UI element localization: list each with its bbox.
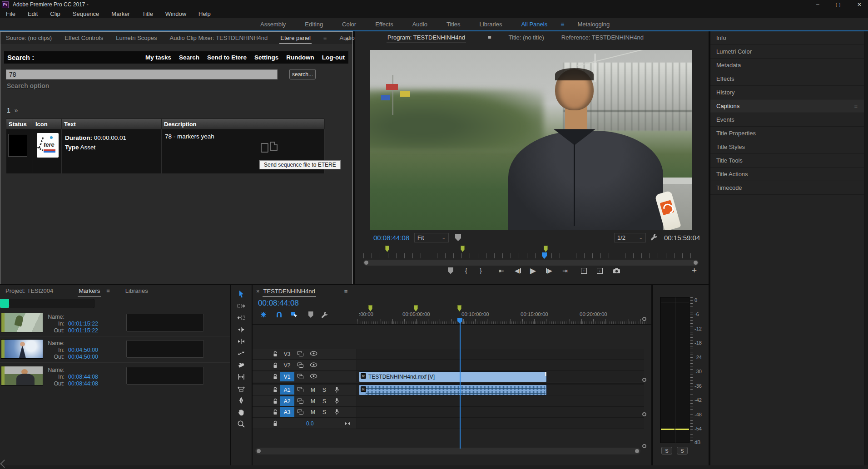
etere-search-button[interactable]: search... bbox=[289, 69, 316, 79]
track-select-backward-tool[interactable] bbox=[236, 313, 246, 322]
solo-button[interactable]: S bbox=[322, 409, 326, 415]
menu-clip[interactable]: Clip bbox=[50, 10, 60, 17]
workspace-color[interactable]: Color bbox=[332, 21, 366, 28]
slip-tool[interactable] bbox=[236, 372, 246, 381]
timeline-hscrollbar[interactable] bbox=[255, 448, 640, 454]
in-value[interactable]: 00:04:50:00 bbox=[68, 347, 98, 353]
sidebar-item-effects[interactable]: Effects bbox=[710, 72, 864, 86]
sync-lock-icon[interactable] bbox=[297, 409, 304, 415]
timeline-marker-icon[interactable] bbox=[457, 305, 461, 311]
play-button[interactable]: ▶ bbox=[530, 266, 536, 275]
sidebar-item-lumetri-color[interactable]: Lumetri Color bbox=[710, 45, 864, 59]
program-video-frame[interactable] bbox=[370, 50, 692, 230]
workspace-metalogging[interactable]: Metalogging bbox=[568, 21, 619, 28]
button-editor-plus[interactable]: + bbox=[692, 266, 697, 275]
keyframe-bowtie-icon[interactable] bbox=[344, 421, 351, 426]
razor-tool[interactable] bbox=[236, 360, 246, 370]
sidebar-item-timecode[interactable]: Timecode bbox=[710, 181, 864, 195]
workspace-titles[interactable]: Titles bbox=[437, 21, 470, 28]
program-scrollbar[interactable] bbox=[363, 260, 699, 266]
sync-lock-icon[interactable] bbox=[297, 398, 304, 404]
settings-wrench-icon[interactable] bbox=[650, 233, 658, 241]
timeline-position-timecode[interactable]: 00:08:44:08 bbox=[258, 299, 299, 308]
lock-icon[interactable] bbox=[273, 387, 278, 393]
track-target-v2[interactable]: V2 bbox=[280, 360, 294, 370]
workspace-menu-icon[interactable]: ≡ bbox=[557, 20, 568, 28]
workspace-assembly[interactable]: Assembly bbox=[251, 21, 295, 28]
tab-program[interactable]: Program: TESTDENHINH4nd bbox=[387, 34, 465, 41]
linked-selection-toggle[interactable] bbox=[290, 311, 299, 319]
scrollbar-knob-right[interactable] bbox=[694, 261, 698, 265]
marker-color-swatch-teal[interactable] bbox=[0, 299, 9, 308]
sidebar-item-title-tools[interactable]: Title Tools bbox=[710, 154, 864, 168]
nav-settings[interactable]: Settings bbox=[254, 54, 278, 61]
marker-comment-box[interactable] bbox=[126, 367, 204, 385]
solo-right-button[interactable]: S bbox=[677, 447, 688, 454]
nav-my-tasks[interactable]: My tasks bbox=[145, 54, 171, 61]
ripple-edit-tool[interactable] bbox=[236, 325, 246, 334]
col-status[interactable]: Status bbox=[6, 119, 33, 129]
tab-libraries[interactable]: Libraries bbox=[125, 287, 148, 294]
scrollbar-knob-left[interactable] bbox=[257, 449, 261, 453]
right-scroll-strip[interactable] bbox=[864, 31, 868, 465]
voiceover-mic-icon[interactable] bbox=[334, 386, 339, 393]
panel-menu-icon[interactable]: ≡ bbox=[323, 35, 327, 41]
track-target-a2[interactable]: A2 bbox=[280, 396, 294, 406]
hand-tool[interactable] bbox=[236, 408, 246, 417]
marker-comment-box[interactable] bbox=[126, 314, 204, 331]
track-master[interactable]: 0.0 bbox=[253, 418, 644, 429]
program-menu-icon[interactable]: ≡ bbox=[488, 34, 491, 41]
track-visibility-eye-icon[interactable] bbox=[310, 351, 317, 356]
track-visibility-eye-icon[interactable] bbox=[310, 362, 317, 367]
mark-out-button[interactable]: } bbox=[480, 266, 482, 275]
sync-lock-icon[interactable] bbox=[297, 374, 304, 380]
workspace-libraries[interactable]: Libraries bbox=[470, 21, 512, 28]
solo-button[interactable]: S bbox=[322, 398, 326, 405]
nav-log-out[interactable]: Log-out bbox=[322, 54, 345, 61]
lock-icon[interactable] bbox=[273, 374, 278, 380]
tab-project[interactable]: Project: TESt2004 bbox=[5, 287, 53, 294]
tab-sequence[interactable]: TESTDENHINH4nd bbox=[263, 288, 315, 295]
send-file-icon[interactable] bbox=[261, 143, 268, 153]
mark-in-button[interactable]: { bbox=[465, 266, 467, 275]
sidebar-item-history[interactable]: History bbox=[710, 86, 864, 99]
tab-etere-panel[interactable]: Etere panel bbox=[280, 35, 311, 41]
add-marker-button[interactable] bbox=[448, 266, 453, 275]
tab-effect-controls[interactable]: Effect Controls bbox=[64, 35, 103, 41]
tab-title[interactable]: Title: (no title) bbox=[509, 34, 544, 41]
scrollbar-knob-left[interactable] bbox=[364, 261, 368, 265]
lock-icon[interactable] bbox=[273, 351, 278, 357]
sequence-marker-icon[interactable] bbox=[461, 246, 465, 252]
extract-button[interactable]: ↓ bbox=[597, 266, 603, 275]
nav-send-to-etere[interactable]: Send to Etere bbox=[207, 54, 247, 61]
workspace-editing[interactable]: Editing bbox=[295, 21, 332, 28]
next-page-arrow[interactable]: » bbox=[15, 107, 18, 114]
vscroll-handle[interactable] bbox=[642, 444, 646, 448]
marker-list-item[interactable]: Name: In: 00:04:50:00 Out: 00:04:50:00 bbox=[0, 339, 230, 359]
playback-resolution-select[interactable]: 1/2 ⌄ bbox=[614, 233, 646, 242]
tab-source[interactable]: Source: (no clips) bbox=[6, 35, 52, 41]
track-v2[interactable]: V2 bbox=[253, 360, 644, 371]
menu-file[interactable]: File bbox=[6, 10, 15, 17]
captions-menu-icon[interactable]: ≡ bbox=[854, 103, 858, 109]
sequence-marker-icon[interactable] bbox=[544, 246, 548, 252]
sidebar-item-captions[interactable]: Captions ≡ bbox=[710, 99, 864, 113]
tab-reference[interactable]: Reference: TESTDENHINH4nd bbox=[561, 34, 644, 41]
search-option-label[interactable]: Search option bbox=[7, 82, 49, 89]
mute-button[interactable]: M bbox=[311, 409, 315, 415]
audio-clip[interactable]: fx bbox=[359, 385, 547, 395]
rolling-edit-tool[interactable] bbox=[236, 337, 246, 346]
close-sequence-icon[interactable]: × bbox=[256, 288, 260, 295]
lock-icon[interactable] bbox=[273, 398, 278, 405]
go-to-out-button[interactable]: ⇥ bbox=[562, 266, 568, 275]
mute-button[interactable]: M bbox=[311, 398, 315, 405]
col-text[interactable]: Text bbox=[62, 119, 162, 129]
col-description[interactable]: Description bbox=[162, 119, 255, 129]
sidebar-item-metadata[interactable]: Metadata bbox=[710, 59, 864, 72]
zoom-level-select[interactable]: Fit ⌄ bbox=[414, 233, 449, 242]
out-value[interactable]: 00:01:15:22 bbox=[68, 327, 98, 334]
scrollbar-knob-right[interactable] bbox=[635, 449, 639, 453]
nav-search[interactable]: Search bbox=[179, 54, 199, 61]
master-gain-value[interactable]: 0.0 bbox=[306, 420, 314, 427]
tab-lumetri-scopes[interactable]: Lumetri Scopes bbox=[116, 35, 157, 41]
